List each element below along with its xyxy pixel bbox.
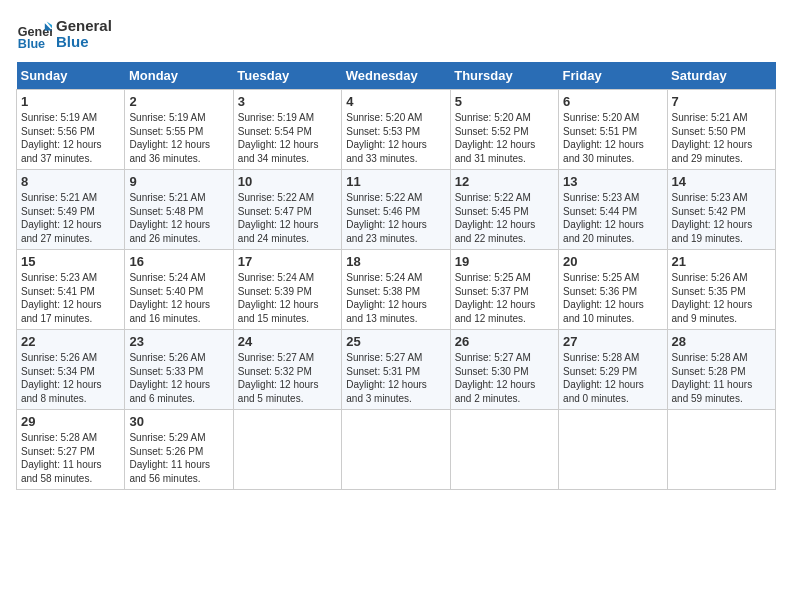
col-header-tuesday: Tuesday <box>233 62 341 90</box>
calendar-cell <box>233 410 341 490</box>
calendar-cell <box>450 410 558 490</box>
cell-info: Sunrise: 5:22 AMSunset: 5:45 PMDaylight:… <box>455 191 554 245</box>
day-number: 14 <box>672 174 771 189</box>
day-number: 13 <box>563 174 662 189</box>
logo-general: General <box>56 18 112 35</box>
calendar-cell: 5 Sunrise: 5:20 AMSunset: 5:52 PMDayligh… <box>450 90 558 170</box>
week-row-2: 8 Sunrise: 5:21 AMSunset: 5:49 PMDayligh… <box>17 170 776 250</box>
cell-info: Sunrise: 5:23 AMSunset: 5:42 PMDaylight:… <box>672 191 771 245</box>
cell-info: Sunrise: 5:27 AMSunset: 5:32 PMDaylight:… <box>238 351 337 405</box>
cell-info: Sunrise: 5:26 AMSunset: 5:33 PMDaylight:… <box>129 351 228 405</box>
calendar-cell: 6 Sunrise: 5:20 AMSunset: 5:51 PMDayligh… <box>559 90 667 170</box>
calendar-cell: 12 Sunrise: 5:22 AMSunset: 5:45 PMDaylig… <box>450 170 558 250</box>
logo-icon: General Blue <box>16 16 52 52</box>
week-row-3: 15 Sunrise: 5:23 AMSunset: 5:41 PMDaylig… <box>17 250 776 330</box>
calendar-cell: 20 Sunrise: 5:25 AMSunset: 5:36 PMDaylig… <box>559 250 667 330</box>
cell-info: Sunrise: 5:26 AMSunset: 5:35 PMDaylight:… <box>672 271 771 325</box>
calendar-table: SundayMondayTuesdayWednesdayThursdayFrid… <box>16 62 776 490</box>
cell-info: Sunrise: 5:22 AMSunset: 5:47 PMDaylight:… <box>238 191 337 245</box>
week-row-1: 1 Sunrise: 5:19 AMSunset: 5:56 PMDayligh… <box>17 90 776 170</box>
calendar-cell: 13 Sunrise: 5:23 AMSunset: 5:44 PMDaylig… <box>559 170 667 250</box>
day-number: 9 <box>129 174 228 189</box>
calendar-cell: 24 Sunrise: 5:27 AMSunset: 5:32 PMDaylig… <box>233 330 341 410</box>
col-header-monday: Monday <box>125 62 233 90</box>
day-number: 28 <box>672 334 771 349</box>
cell-info: Sunrise: 5:29 AMSunset: 5:26 PMDaylight:… <box>129 431 228 485</box>
calendar-cell: 30 Sunrise: 5:29 AMSunset: 5:26 PMDaylig… <box>125 410 233 490</box>
day-number: 12 <box>455 174 554 189</box>
col-header-saturday: Saturday <box>667 62 775 90</box>
cell-info: Sunrise: 5:23 AMSunset: 5:41 PMDaylight:… <box>21 271 120 325</box>
cell-info: Sunrise: 5:20 AMSunset: 5:52 PMDaylight:… <box>455 111 554 165</box>
calendar-cell: 27 Sunrise: 5:28 AMSunset: 5:29 PMDaylig… <box>559 330 667 410</box>
calendar-cell: 23 Sunrise: 5:26 AMSunset: 5:33 PMDaylig… <box>125 330 233 410</box>
day-number: 8 <box>21 174 120 189</box>
cell-info: Sunrise: 5:26 AMSunset: 5:34 PMDaylight:… <box>21 351 120 405</box>
day-number: 29 <box>21 414 120 429</box>
day-number: 18 <box>346 254 445 269</box>
cell-info: Sunrise: 5:24 AMSunset: 5:40 PMDaylight:… <box>129 271 228 325</box>
day-number: 24 <box>238 334 337 349</box>
calendar-cell: 29 Sunrise: 5:28 AMSunset: 5:27 PMDaylig… <box>17 410 125 490</box>
calendar-cell: 17 Sunrise: 5:24 AMSunset: 5:39 PMDaylig… <box>233 250 341 330</box>
col-header-sunday: Sunday <box>17 62 125 90</box>
calendar-cell: 14 Sunrise: 5:23 AMSunset: 5:42 PMDaylig… <box>667 170 775 250</box>
col-header-wednesday: Wednesday <box>342 62 450 90</box>
page-container: General Blue General Blue SundayMondayTu… <box>0 0 792 498</box>
day-number: 6 <box>563 94 662 109</box>
calendar-cell: 26 Sunrise: 5:27 AMSunset: 5:30 PMDaylig… <box>450 330 558 410</box>
cell-info: Sunrise: 5:24 AMSunset: 5:39 PMDaylight:… <box>238 271 337 325</box>
day-number: 4 <box>346 94 445 109</box>
day-number: 17 <box>238 254 337 269</box>
col-header-thursday: Thursday <box>450 62 558 90</box>
day-number: 1 <box>21 94 120 109</box>
calendar-cell: 19 Sunrise: 5:25 AMSunset: 5:37 PMDaylig… <box>450 250 558 330</box>
cell-info: Sunrise: 5:25 AMSunset: 5:36 PMDaylight:… <box>563 271 662 325</box>
calendar-cell: 25 Sunrise: 5:27 AMSunset: 5:31 PMDaylig… <box>342 330 450 410</box>
calendar-cell: 4 Sunrise: 5:20 AMSunset: 5:53 PMDayligh… <box>342 90 450 170</box>
logo: General Blue General Blue <box>16 16 112 52</box>
cell-info: Sunrise: 5:19 AMSunset: 5:54 PMDaylight:… <box>238 111 337 165</box>
day-number: 2 <box>129 94 228 109</box>
calendar-cell: 10 Sunrise: 5:22 AMSunset: 5:47 PMDaylig… <box>233 170 341 250</box>
calendar-cell: 2 Sunrise: 5:19 AMSunset: 5:55 PMDayligh… <box>125 90 233 170</box>
day-number: 25 <box>346 334 445 349</box>
header: General Blue General Blue <box>16 16 776 52</box>
week-row-4: 22 Sunrise: 5:26 AMSunset: 5:34 PMDaylig… <box>17 330 776 410</box>
day-number: 22 <box>21 334 120 349</box>
cell-info: Sunrise: 5:20 AMSunset: 5:51 PMDaylight:… <box>563 111 662 165</box>
cell-info: Sunrise: 5:28 AMSunset: 5:29 PMDaylight:… <box>563 351 662 405</box>
calendar-cell: 7 Sunrise: 5:21 AMSunset: 5:50 PMDayligh… <box>667 90 775 170</box>
cell-info: Sunrise: 5:23 AMSunset: 5:44 PMDaylight:… <box>563 191 662 245</box>
cell-info: Sunrise: 5:20 AMSunset: 5:53 PMDaylight:… <box>346 111 445 165</box>
calendar-cell: 16 Sunrise: 5:24 AMSunset: 5:40 PMDaylig… <box>125 250 233 330</box>
cell-info: Sunrise: 5:25 AMSunset: 5:37 PMDaylight:… <box>455 271 554 325</box>
week-row-5: 29 Sunrise: 5:28 AMSunset: 5:27 PMDaylig… <box>17 410 776 490</box>
cell-info: Sunrise: 5:21 AMSunset: 5:50 PMDaylight:… <box>672 111 771 165</box>
cell-info: Sunrise: 5:28 AMSunset: 5:27 PMDaylight:… <box>21 431 120 485</box>
svg-text:Blue: Blue <box>18 37 45 51</box>
calendar-cell <box>559 410 667 490</box>
day-number: 30 <box>129 414 228 429</box>
day-number: 15 <box>21 254 120 269</box>
day-number: 10 <box>238 174 337 189</box>
calendar-cell: 21 Sunrise: 5:26 AMSunset: 5:35 PMDaylig… <box>667 250 775 330</box>
day-number: 16 <box>129 254 228 269</box>
day-number: 21 <box>672 254 771 269</box>
cell-info: Sunrise: 5:24 AMSunset: 5:38 PMDaylight:… <box>346 271 445 325</box>
day-number: 26 <box>455 334 554 349</box>
col-header-friday: Friday <box>559 62 667 90</box>
cell-info: Sunrise: 5:19 AMSunset: 5:55 PMDaylight:… <box>129 111 228 165</box>
cell-info: Sunrise: 5:19 AMSunset: 5:56 PMDaylight:… <box>21 111 120 165</box>
calendar-cell: 8 Sunrise: 5:21 AMSunset: 5:49 PMDayligh… <box>17 170 125 250</box>
calendar-cell: 1 Sunrise: 5:19 AMSunset: 5:56 PMDayligh… <box>17 90 125 170</box>
day-number: 27 <box>563 334 662 349</box>
cell-info: Sunrise: 5:27 AMSunset: 5:31 PMDaylight:… <box>346 351 445 405</box>
cell-info: Sunrise: 5:28 AMSunset: 5:28 PMDaylight:… <box>672 351 771 405</box>
column-headers-row: SundayMondayTuesdayWednesdayThursdayFrid… <box>17 62 776 90</box>
calendar-cell <box>667 410 775 490</box>
calendar-cell <box>342 410 450 490</box>
day-number: 3 <box>238 94 337 109</box>
day-number: 5 <box>455 94 554 109</box>
calendar-cell: 9 Sunrise: 5:21 AMSunset: 5:48 PMDayligh… <box>125 170 233 250</box>
